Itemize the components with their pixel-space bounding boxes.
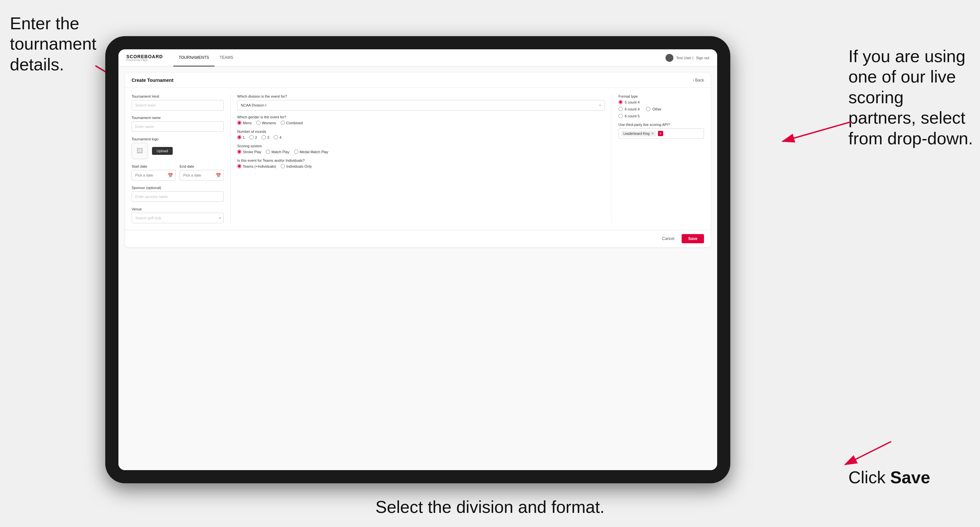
end-date-field: End date 📅 xyxy=(180,164,224,181)
start-date-field: Start date 📅 xyxy=(132,164,176,181)
annotation-top-left: Enter the tournament details. xyxy=(10,13,102,75)
format-5c4[interactable]: 5 count 4 xyxy=(619,100,640,104)
format-other[interactable]: Other xyxy=(646,107,662,111)
navbar: SCOREBOARD Powered by Clippi TOURNAMENTS… xyxy=(118,49,717,67)
tablet: SCOREBOARD Powered by Clippi TOURNAMENTS… xyxy=(105,36,730,483)
main-content: Create Tournament Back Tournament Host xyxy=(118,67,717,470)
sponsor-label: Sponsor (optional) xyxy=(132,186,224,190)
navbar-right: Test User | Sign out xyxy=(665,54,709,62)
round-1[interactable]: 1 xyxy=(237,135,245,140)
round-2[interactable]: 2 xyxy=(249,135,257,140)
back-button[interactable]: Back xyxy=(693,78,704,83)
avatar xyxy=(665,54,673,62)
scoring-match[interactable]: Match Play xyxy=(266,149,289,154)
tournament-name-field: Tournament name xyxy=(132,116,224,132)
col-left: Tournament Host Tournament name Tourname… xyxy=(132,94,224,223)
ct-header: Create Tournament Back xyxy=(125,73,711,88)
format-6c5[interactable]: 6 count 5 xyxy=(619,114,640,118)
event-for-field: Is this event for Teams and/or Individua… xyxy=(237,159,605,168)
cancel-button[interactable]: Cancel xyxy=(658,234,678,243)
brand-title: SCOREBOARD xyxy=(126,54,163,59)
rounds-label: Number of rounds xyxy=(237,130,605,133)
date-row: Start date 📅 End date 📅 xyxy=(132,164,224,181)
format-options-group: 5 count 4 6 count 4 6 count 5 xyxy=(619,100,704,118)
live-scoring-tag: Leaderboard King ✕ xyxy=(621,131,656,137)
calendar-icon-start: 📅 xyxy=(168,173,173,178)
brand-sub: Powered by Clippi xyxy=(126,59,163,62)
navbar-brand: SCOREBOARD Powered by Clippi xyxy=(126,54,163,62)
gender-field: Which gender is the event for? Mens Wome… xyxy=(237,115,605,125)
create-tournament-container: Create Tournament Back Tournament Host xyxy=(125,73,711,247)
tab-teams[interactable]: TEAMS xyxy=(215,49,239,67)
venue-select-wrap: Search golf club xyxy=(132,213,224,223)
save-button[interactable]: Save xyxy=(682,234,704,243)
format-field: Format type 5 count 4 6 count 4 xyxy=(619,94,704,118)
format-options-left: 5 count 4 6 count 4 6 count 5 xyxy=(619,100,640,118)
rounds-field: Number of rounds 1 2 3 xyxy=(237,130,605,140)
scoring-radio-group: Stroke Play Match Play Medal Match Play xyxy=(237,149,605,154)
tab-tournaments[interactable]: TOURNAMENTS xyxy=(173,49,214,67)
scoring-medal-match[interactable]: Medal Match Play xyxy=(294,149,328,154)
tag-add-button[interactable]: + xyxy=(658,131,663,136)
tournament-logo-label: Tournament logo xyxy=(132,137,224,141)
tournament-host-input[interactable] xyxy=(132,100,224,111)
ct-footer: Cancel Save xyxy=(125,230,711,247)
tablet-screen: SCOREBOARD Powered by Clippi TOURNAMENTS… xyxy=(118,49,717,470)
format-label: Format type xyxy=(619,94,704,98)
venue-select[interactable]: Search golf club xyxy=(132,213,224,223)
rounds-radio-group: 1 2 3 4 xyxy=(237,135,605,140)
col-middle: Which division is the event for? NCAA Di… xyxy=(230,94,612,223)
svg-line-2 xyxy=(783,122,852,141)
round-3[interactable]: 3 xyxy=(261,135,269,140)
gender-mens[interactable]: Mens xyxy=(237,121,252,125)
scoring-stroke[interactable]: Stroke Play xyxy=(237,149,261,154)
scoring-field: Scoring system Stroke Play Match Play Me… xyxy=(237,144,605,154)
svg-line-6 xyxy=(845,441,891,465)
live-scoring-label: Use third-party live scoring API? xyxy=(619,123,704,127)
form-title: Create Tournament xyxy=(132,78,173,83)
arrow-right-side xyxy=(763,115,862,154)
event-for-radio-group: Teams (+Individuals) Individuals Only xyxy=(237,164,605,168)
division-field: Which division is the event for? NCAA Di… xyxy=(237,94,605,111)
save-label-annotation: Save xyxy=(890,468,930,487)
tournament-name-label: Tournament name xyxy=(132,116,224,120)
scoring-label: Scoring system xyxy=(237,144,605,148)
sign-out-link[interactable]: Sign out xyxy=(696,56,709,60)
start-date-label: Start date xyxy=(132,164,176,168)
tournament-host-field: Tournament Host xyxy=(132,94,224,111)
live-scoring-input-wrap[interactable]: Leaderboard King ✕ + xyxy=(619,128,704,139)
logo-placeholder: 🖼 xyxy=(132,143,148,159)
venue-label: Venue xyxy=(132,207,224,211)
live-scoring-field: Use third-party live scoring API? Leader… xyxy=(619,123,704,139)
sponsor-input[interactable] xyxy=(132,191,224,202)
event-individuals[interactable]: Individuals Only xyxy=(281,164,312,168)
user-name: Test User | xyxy=(676,56,693,60)
annotation-bottom-center: Select the division and format. xyxy=(375,497,605,517)
tournament-logo-field: Tournament logo 🖼 Upload xyxy=(132,137,224,159)
navbar-tabs: TOURNAMENTS TEAMS xyxy=(173,49,665,67)
gender-label: Which gender is the event for? xyxy=(237,115,605,119)
end-date-input-wrap: 📅 xyxy=(180,170,224,181)
format-6c4[interactable]: 6 count 4 xyxy=(619,107,640,111)
ct-body: Tournament Host Tournament name Tourname… xyxy=(125,88,711,230)
calendar-icon-end: 📅 xyxy=(216,173,221,178)
gender-radio-group: Mens Womens Combined xyxy=(237,121,605,125)
division-select[interactable]: NCAA Division I xyxy=(237,100,605,111)
round-4[interactable]: 4 xyxy=(274,135,281,140)
tournament-name-input[interactable] xyxy=(132,121,224,132)
tag-close-icon[interactable]: ✕ xyxy=(651,132,654,136)
division-label: Which division is the event for? xyxy=(237,94,605,98)
sponsor-field: Sponsor (optional) xyxy=(132,186,224,202)
gender-combined[interactable]: Combined xyxy=(281,121,303,125)
format-row-1: 5 count 4 6 count 4 6 count 5 xyxy=(619,100,704,118)
logo-upload-area: 🖼 Upload xyxy=(132,143,224,159)
annotation-bottom-right: Click Save xyxy=(848,467,974,487)
gender-womens[interactable]: Womens xyxy=(256,121,276,125)
venue-field: Venue Search golf club xyxy=(132,207,224,223)
event-for-label: Is this event for Teams and/or Individua… xyxy=(237,159,605,162)
end-date-label: End date xyxy=(180,164,224,168)
event-teams[interactable]: Teams (+Individuals) xyxy=(237,164,276,168)
annotation-top-right: If you are using one of our live scoring… xyxy=(848,46,974,149)
upload-button[interactable]: Upload xyxy=(152,147,173,155)
col-right: Format type 5 count 4 6 count 4 xyxy=(619,94,704,223)
